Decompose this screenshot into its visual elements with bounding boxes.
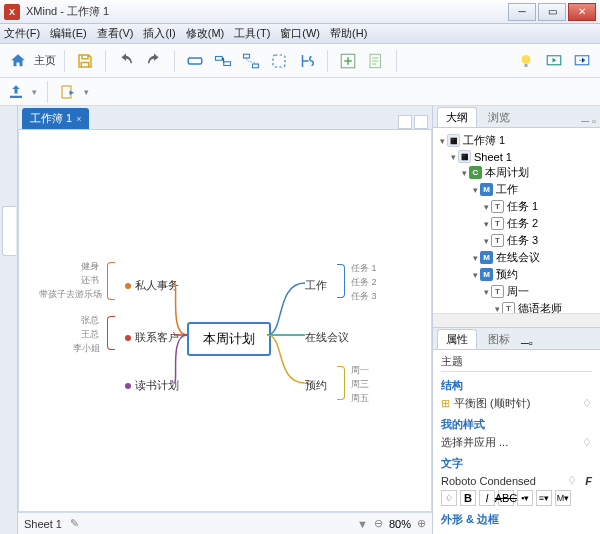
branch-appoint[interactable]: 预约: [305, 378, 327, 393]
branch-reading[interactable]: 读书计划: [125, 378, 179, 393]
fmt-align[interactable]: ≡▾: [536, 490, 552, 506]
tree-item[interactable]: ▾T任务 2: [435, 215, 598, 232]
close-button[interactable]: ✕: [568, 3, 596, 21]
sub-zhang[interactable]: 张总: [81, 314, 99, 327]
svg-rect-3: [244, 54, 250, 58]
fmt-size[interactable]: ♢: [441, 490, 457, 506]
tree-item[interactable]: ▾M在线会议: [435, 249, 598, 266]
upload-icon[interactable]: [6, 82, 26, 102]
zoom-out-icon[interactable]: ⊖: [374, 517, 383, 530]
note-icon[interactable]: [364, 49, 388, 73]
svg-rect-9: [525, 64, 528, 67]
sect-mystyle: 我的样式: [441, 417, 592, 432]
sub-li[interactable]: 李小姐: [73, 342, 100, 355]
undo-icon[interactable]: [114, 49, 138, 73]
svg-rect-0: [188, 58, 202, 64]
tree-scrollbar[interactable]: [433, 313, 600, 327]
outline-tree[interactable]: ▾▦工作簿 1▾▦Sheet 1▾C本周计划▾M工作▾T任务 1▾T任务 2▾T…: [433, 128, 600, 313]
tree-item[interactable]: ▾T周一: [435, 283, 598, 300]
sub-wang[interactable]: 王总: [81, 328, 99, 341]
summary-icon[interactable]: [295, 49, 319, 73]
maximize-button[interactable]: ▭: [538, 3, 566, 21]
workbook-tab[interactable]: 工作簿 1 ×: [22, 108, 89, 129]
tab-properties[interactable]: 属性: [437, 329, 477, 349]
menu-edit[interactable]: 编辑(E): [50, 26, 87, 41]
statusbar: Sheet 1 ✎ ▼ ⊖ 80% ⊕: [18, 512, 432, 534]
minimize-button[interactable]: ─: [508, 3, 536, 21]
properties-section: 属性 图标 ─▫ 主题 结构 ⊞平衡图 (顺时针)♢ 我的样式 选择并应用 ..…: [433, 327, 600, 534]
fmt-italic[interactable]: I: [479, 490, 495, 506]
boundary-icon[interactable]: [267, 49, 291, 73]
sub-book[interactable]: 还书: [81, 274, 99, 287]
prop-title: 主题: [441, 354, 592, 369]
tab-action-1[interactable]: [398, 115, 412, 129]
menu-tools[interactable]: 工具(T): [234, 26, 270, 41]
tab-outline[interactable]: 大纲: [437, 107, 477, 127]
home-icon[interactable]: [6, 49, 30, 73]
sub-kids[interactable]: 带孩子去游乐场: [39, 288, 102, 301]
share-icon[interactable]: [570, 49, 594, 73]
branch-work[interactable]: 工作: [305, 278, 327, 293]
branch-personal[interactable]: 私人事务: [125, 278, 179, 293]
export-icon[interactable]: [58, 82, 78, 102]
zoom-in-icon[interactable]: ⊕: [417, 517, 426, 530]
tab-close-icon[interactable]: ×: [76, 114, 81, 124]
tab-icons[interactable]: 图标: [479, 329, 519, 349]
fmt-strike[interactable]: ABC: [498, 490, 514, 506]
tree-item[interactable]: ▾M工作: [435, 181, 598, 198]
sub-mon[interactable]: 周一: [351, 364, 369, 377]
tree-item[interactable]: ▾T任务 3: [435, 232, 598, 249]
save-icon[interactable]: [73, 49, 97, 73]
menu-insert[interactable]: 插入(I): [143, 26, 175, 41]
mystyle-value[interactable]: 选择并应用 ...: [441, 435, 508, 450]
home-label: 主页: [34, 53, 56, 68]
fmt-bold[interactable]: B: [460, 490, 476, 506]
topic-icon[interactable]: [183, 49, 207, 73]
sect-shape: 外形 & 边框: [441, 512, 592, 527]
menu-window[interactable]: 窗口(W): [280, 26, 320, 41]
panel-min-icon[interactable]: ─: [581, 115, 589, 127]
tab-browse[interactable]: 浏览: [479, 107, 519, 127]
toolbar-main: 主页: [0, 44, 600, 78]
sub-fri[interactable]: 周五: [351, 392, 369, 405]
central-topic[interactable]: 本周计划: [187, 322, 271, 356]
sub-task3[interactable]: 任务 3: [351, 290, 377, 303]
menu-view[interactable]: 查看(V): [97, 26, 134, 41]
tree-item[interactable]: ▾▦工作簿 1: [435, 132, 598, 149]
fmt-color[interactable]: ▪▾: [517, 490, 533, 506]
canvas-area: 工作簿 1 × 本周计划 私人事务 健身 还书 带孩子去游乐场 联系客户 张总 …: [18, 106, 432, 534]
sub-fitness[interactable]: 健身: [81, 260, 99, 273]
sub-task2[interactable]: 任务 2: [351, 276, 377, 289]
idea-icon[interactable]: [514, 49, 538, 73]
relationship-icon[interactable]: [239, 49, 263, 73]
tree-item[interactable]: ▾C本周计划: [435, 164, 598, 181]
app-logo: X: [4, 4, 20, 20]
sub-task1[interactable]: 任务 1: [351, 262, 377, 275]
mindmap-canvas[interactable]: 本周计划 私人事务 健身 还书 带孩子去游乐场 联系客户 张总 王总 李小姐 读…: [18, 130, 432, 512]
sheet-tab[interactable]: Sheet 1: [24, 518, 62, 530]
right-tabs: 大纲 浏览 ─▫: [433, 106, 600, 128]
fmt-more[interactable]: M▾: [555, 490, 571, 506]
menu-help[interactable]: 帮助(H): [330, 26, 367, 41]
add-icon[interactable]: [336, 49, 360, 73]
filter-icon[interactable]: ▼: [357, 518, 368, 530]
svg-point-8: [522, 55, 531, 64]
present-icon[interactable]: [542, 49, 566, 73]
sub-wed[interactable]: 周三: [351, 378, 369, 391]
font-value[interactable]: Roboto Condensed: [441, 475, 536, 487]
tree-item[interactable]: ▾T任务 1: [435, 198, 598, 215]
svg-rect-2: [224, 61, 231, 65]
branch-meeting[interactable]: 在线会议: [305, 330, 349, 345]
tree-item[interactable]: ▾▦Sheet 1: [435, 149, 598, 164]
left-sidebar[interactable]: [0, 106, 18, 534]
redo-icon[interactable]: [142, 49, 166, 73]
tree-item[interactable]: ▾T德语老师: [435, 300, 598, 313]
structure-value[interactable]: 平衡图 (顺时针): [454, 396, 530, 411]
tab-action-2[interactable]: [414, 115, 428, 129]
panel-menu-icon[interactable]: ▫: [592, 115, 596, 127]
subtopic-icon[interactable]: [211, 49, 235, 73]
branch-contact[interactable]: 联系客户: [125, 330, 179, 345]
tree-item[interactable]: ▾M预约: [435, 266, 598, 283]
menu-modify[interactable]: 修改(M): [186, 26, 225, 41]
menu-file[interactable]: 文件(F): [4, 26, 40, 41]
